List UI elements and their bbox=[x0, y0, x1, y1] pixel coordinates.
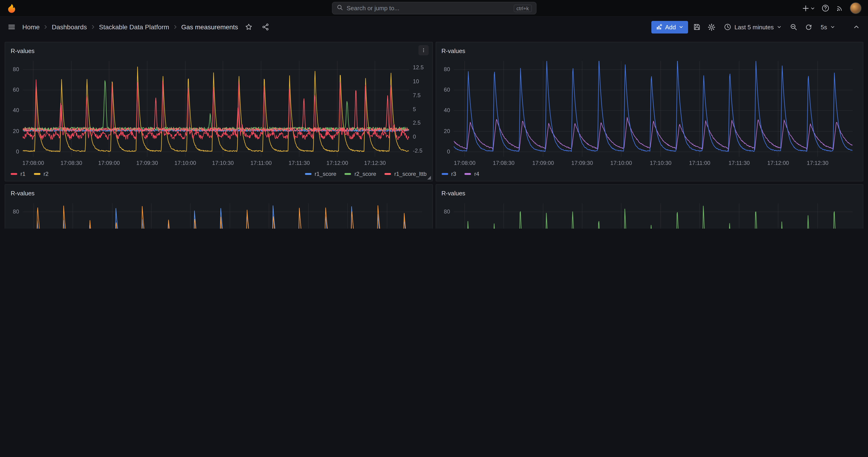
legend-left-group: r3r4 bbox=[441, 171, 479, 177]
search-shortcut-hint: ctrl+k bbox=[514, 4, 532, 12]
search-icon bbox=[336, 4, 343, 12]
add-panel-button[interactable]: Add bbox=[651, 21, 688, 33]
zoom-out-icon bbox=[790, 23, 798, 31]
legend-label: r2 bbox=[43, 171, 48, 177]
panel: R-values r5r6 bbox=[5, 184, 433, 228]
time-series-canvas[interactable] bbox=[10, 199, 428, 228]
legend-label: r1 bbox=[21, 171, 25, 177]
chart-area bbox=[440, 56, 858, 168]
breadcrumb-item[interactable]: Home bbox=[22, 23, 40, 31]
favorite-star-button[interactable] bbox=[243, 21, 255, 33]
legend-left-group: r1r2 bbox=[11, 171, 49, 177]
time-series-canvas[interactable] bbox=[440, 199, 858, 228]
time-series-canvas[interactable] bbox=[440, 56, 858, 168]
refresh-interval-picker[interactable]: 5s bbox=[817, 21, 838, 33]
refresh-icon bbox=[805, 23, 812, 31]
gear-icon bbox=[708, 23, 715, 31]
legend-label: r4 bbox=[474, 171, 479, 177]
clock-icon bbox=[724, 23, 731, 31]
search-placeholder: Search or jump to... bbox=[347, 5, 510, 12]
legend-swatch bbox=[384, 173, 391, 175]
panel-title[interactable]: R-values bbox=[11, 47, 35, 54]
save-icon bbox=[693, 23, 701, 31]
panel-header: R-values bbox=[440, 45, 858, 56]
panel: R-values r7r8 bbox=[435, 184, 863, 228]
chevron-down-icon bbox=[679, 25, 683, 29]
time-series-canvas[interactable] bbox=[10, 56, 428, 168]
dashboard-grid: R-values r1r2 r1_scorer2_scorer1_score_l… bbox=[0, 37, 868, 228]
panel-header: R-values bbox=[10, 187, 428, 199]
panel: R-values r3r4 bbox=[435, 42, 863, 181]
breadcrumb-separator-icon bbox=[43, 24, 49, 30]
dashboard-settings-button[interactable] bbox=[706, 21, 718, 33]
legend-right-group: r1_scorer2_scorer1_score_lttb bbox=[305, 171, 427, 177]
panel-legend: r3r4 bbox=[440, 168, 858, 180]
news-button[interactable] bbox=[836, 4, 843, 12]
panel-title[interactable]: R-values bbox=[11, 189, 35, 196]
topbar: Search or jump to... ctrl+k bbox=[0, 0, 868, 17]
topbar-actions bbox=[802, 2, 862, 14]
add-visualization-icon bbox=[656, 24, 662, 30]
star-icon bbox=[245, 23, 252, 31]
panel-legend: r1r2 r1_scorer2_scorer1_score_lttb bbox=[10, 168, 428, 180]
legend-swatch bbox=[441, 173, 448, 175]
refresh-interval-label: 5s bbox=[821, 24, 827, 30]
legend-item[interactable]: r2 bbox=[34, 171, 48, 177]
breadcrumb-separator-icon bbox=[90, 24, 96, 30]
legend-item[interactable]: r1 bbox=[11, 171, 25, 177]
legend-item[interactable]: r2_score bbox=[345, 171, 376, 177]
legend-label: r1_score bbox=[315, 171, 336, 177]
hamburger-icon bbox=[7, 23, 16, 31]
legend-label: r1_score_lttb bbox=[394, 171, 427, 177]
rss-icon bbox=[836, 4, 843, 12]
legend-item[interactable]: r1_score_lttb bbox=[384, 171, 427, 177]
refresh-button[interactable] bbox=[803, 21, 815, 33]
breadcrumb-item[interactable]: Gas measurements bbox=[181, 23, 238, 31]
kebab-menu-icon bbox=[421, 47, 426, 54]
chevron-down-icon bbox=[777, 25, 782, 29]
legend-swatch bbox=[34, 173, 40, 175]
mega-menu-toggle-button[interactable] bbox=[6, 21, 18, 33]
chart-area bbox=[10, 199, 428, 228]
zoom-out-button[interactable] bbox=[788, 21, 800, 33]
help-button[interactable] bbox=[822, 4, 829, 12]
legend-swatch bbox=[11, 173, 17, 175]
breadcrumb-item[interactable]: Stackable Data Platform bbox=[99, 23, 169, 31]
legend-item[interactable]: r3 bbox=[441, 171, 456, 177]
chevron-down-icon bbox=[810, 6, 815, 10]
panel-resize-handle[interactable] bbox=[427, 176, 431, 180]
new-menu-button[interactable] bbox=[802, 4, 815, 12]
legend-swatch bbox=[305, 173, 311, 175]
legend-swatch bbox=[345, 173, 351, 175]
chevron-up-icon bbox=[853, 24, 860, 30]
question-circle-icon bbox=[822, 4, 829, 12]
panel-title[interactable]: R-values bbox=[441, 47, 465, 54]
legend-item[interactable]: r1_score bbox=[305, 171, 336, 177]
legend-label: r2_score bbox=[354, 171, 376, 177]
grafana-logo-icon[interactable] bbox=[6, 3, 17, 13]
breadcrumb: HomeDashboardsStackable Data PlatformGas… bbox=[22, 23, 238, 31]
share-icon bbox=[262, 23, 269, 31]
legend-item[interactable]: r4 bbox=[464, 171, 479, 177]
dashboard-toolbar: HomeDashboardsStackable Data PlatformGas… bbox=[0, 17, 868, 37]
share-dashboard-button[interactable] bbox=[259, 21, 272, 33]
search-input[interactable]: Search or jump to... ctrl+k bbox=[332, 2, 536, 14]
breadcrumb-item[interactable]: Dashboards bbox=[52, 23, 87, 31]
panel-header: R-values bbox=[10, 45, 428, 56]
user-avatar[interactable] bbox=[850, 2, 862, 14]
toolbar-actions: Add Last 5 minutes bbox=[651, 21, 862, 33]
time-range-picker[interactable]: Last 5 minutes bbox=[720, 21, 785, 33]
legend-swatch bbox=[464, 173, 471, 175]
add-button-label: Add bbox=[665, 24, 676, 30]
panel-title[interactable]: R-values bbox=[441, 189, 465, 196]
breadcrumb-separator-icon bbox=[173, 24, 178, 30]
time-range-label: Last 5 minutes bbox=[734, 24, 774, 30]
save-dashboard-button[interactable] bbox=[691, 21, 703, 33]
chart-area bbox=[440, 199, 858, 228]
viewport: Search or jump to... ctrl+k bbox=[0, 0, 868, 228]
panel-menu-button[interactable] bbox=[418, 45, 428, 55]
panel: R-values r1r2 r1_scorer2_scorer1_score_l… bbox=[5, 42, 433, 181]
collapse-controls-button[interactable] bbox=[850, 21, 862, 33]
plus-icon bbox=[802, 4, 809, 12]
chevron-down-icon bbox=[830, 25, 835, 29]
